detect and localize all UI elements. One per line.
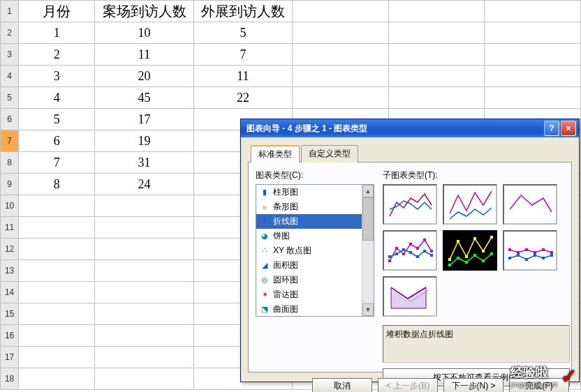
row-header[interactable]: 5: [1, 87, 19, 109]
cell[interactable]: 5: [19, 109, 95, 130]
row-header[interactable]: 18: [1, 368, 19, 390]
cell[interactable]: [388, 66, 485, 87]
cell[interactable]: [95, 195, 193, 217]
chart-type-item[interactable]: ✶雷达图: [256, 287, 367, 302]
help-button[interactable]: ?: [544, 121, 559, 136]
cell[interactable]: 3: [19, 66, 95, 87]
tab-standard[interactable]: 标准类型: [251, 145, 300, 163]
cell[interactable]: [19, 325, 95, 347]
cell[interactable]: [95, 239, 193, 260]
cell[interactable]: [19, 303, 95, 325]
cell[interactable]: 5: [193, 22, 292, 44]
cell[interactable]: 20: [95, 66, 193, 87]
cell[interactable]: 7: [19, 152, 95, 174]
cell[interactable]: 10: [95, 22, 193, 44]
row-header[interactable]: 7: [1, 130, 19, 152]
cell[interactable]: [485, 44, 581, 66]
chart-type-item[interactable]: ▮柱形图: [256, 185, 367, 199]
subtype-3[interactable]: [383, 230, 437, 271]
cell[interactable]: 1: [19, 22, 95, 44]
row-header[interactable]: 12: [1, 239, 19, 260]
scroll-up-icon[interactable]: ▲: [362, 185, 374, 197]
subtype-1[interactable]: [443, 184, 497, 225]
cell[interactable]: [485, 1, 581, 22]
cell[interactable]: [95, 347, 193, 368]
scroll-down-icon[interactable]: ▼: [362, 303, 374, 316]
row-header[interactable]: 6: [1, 109, 19, 130]
dialog-titlebar[interactable]: 图表向导 - 4 步骤之 1 - 图表类型 ? ×: [241, 119, 579, 137]
cell[interactable]: [95, 282, 193, 303]
cell[interactable]: [388, 44, 485, 66]
scrollbar[interactable]: ▲ ▼: [362, 185, 374, 316]
cell[interactable]: [19, 368, 95, 390]
chart-type-list[interactable]: ▮柱形图≡条形图⼂折线图◕饼图∴XY 散点图◢面积图◎圆环图✶雷达图⬔曲面图 ▲…: [256, 184, 374, 317]
cell[interactable]: [293, 1, 389, 22]
cell[interactable]: [293, 66, 389, 87]
cell[interactable]: [95, 325, 193, 347]
cell[interactable]: 11: [95, 44, 193, 66]
cell[interactable]: [388, 22, 485, 44]
chart-type-item[interactable]: ⼂折线图: [256, 214, 367, 229]
chart-type-item[interactable]: ≡条形图: [256, 199, 367, 214]
cell[interactable]: [293, 44, 389, 66]
cell[interactable]: [19, 282, 95, 303]
row-header[interactable]: 13: [1, 260, 19, 282]
cell[interactable]: 17: [95, 109, 193, 130]
cell[interactable]: 4: [19, 87, 95, 109]
cell[interactable]: [293, 87, 389, 109]
cell[interactable]: [19, 239, 95, 260]
cell[interactable]: [95, 368, 193, 390]
cell[interactable]: [293, 22, 389, 44]
cell[interactable]: [485, 22, 581, 44]
cell[interactable]: [19, 195, 95, 217]
subtype-5[interactable]: [503, 230, 557, 271]
cell[interactable]: [485, 66, 581, 87]
cell[interactable]: 19: [95, 130, 193, 152]
subtype-2[interactable]: [503, 184, 557, 225]
scroll-thumb[interactable]: [362, 197, 374, 241]
cell[interactable]: [19, 217, 95, 239]
cell[interactable]: 8: [19, 174, 95, 195]
cell[interactable]: 月份: [19, 1, 95, 22]
cell[interactable]: 22: [193, 87, 292, 109]
row-header[interactable]: 17: [1, 347, 19, 368]
row-header[interactable]: 3: [1, 44, 19, 66]
cell[interactable]: [19, 260, 95, 282]
cell[interactable]: 31: [95, 152, 193, 174]
row-header[interactable]: 9: [1, 174, 19, 195]
cell[interactable]: 案场到访人数: [95, 1, 193, 22]
row-header[interactable]: 15: [1, 303, 19, 325]
cell[interactable]: [388, 1, 485, 22]
row-header[interactable]: 8: [1, 152, 19, 174]
cell[interactable]: 6: [19, 130, 95, 152]
row-header[interactable]: 11: [1, 217, 19, 239]
row-header[interactable]: 2: [1, 22, 19, 44]
cell[interactable]: [485, 87, 581, 109]
cell[interactable]: 2: [19, 44, 95, 66]
cell[interactable]: 外展到访人数: [193, 1, 292, 22]
row-header[interactable]: 10: [1, 195, 19, 217]
row-header[interactable]: 16: [1, 325, 19, 347]
row-header[interactable]: 1: [1, 1, 19, 22]
cell[interactable]: [388, 87, 485, 109]
row-header[interactable]: 14: [1, 282, 19, 303]
close-button[interactable]: ×: [561, 121, 576, 136]
cell[interactable]: 7: [193, 44, 292, 66]
cell[interactable]: 24: [95, 174, 193, 195]
cell[interactable]: [95, 217, 193, 239]
cell[interactable]: [95, 260, 193, 282]
cancel-button[interactable]: 取消: [312, 378, 372, 392]
subtype-6[interactable]: [383, 276, 437, 317]
subtype-4[interactable]: [443, 230, 497, 271]
cell[interactable]: [19, 347, 95, 368]
cell[interactable]: 45: [95, 87, 193, 109]
chart-type-item[interactable]: ◢面积图: [256, 258, 367, 273]
chart-type-item[interactable]: ∴XY 散点图: [256, 243, 367, 258]
cell[interactable]: [95, 303, 193, 325]
row-header[interactable]: 4: [1, 66, 19, 87]
chart-type-item[interactable]: ⬔曲面图: [256, 302, 367, 317]
chart-type-item[interactable]: ◎圆环图: [256, 273, 367, 287]
cell[interactable]: 11: [193, 66, 292, 87]
chart-type-item[interactable]: ◕饼图: [256, 229, 367, 243]
subtype-0[interactable]: [383, 184, 437, 225]
